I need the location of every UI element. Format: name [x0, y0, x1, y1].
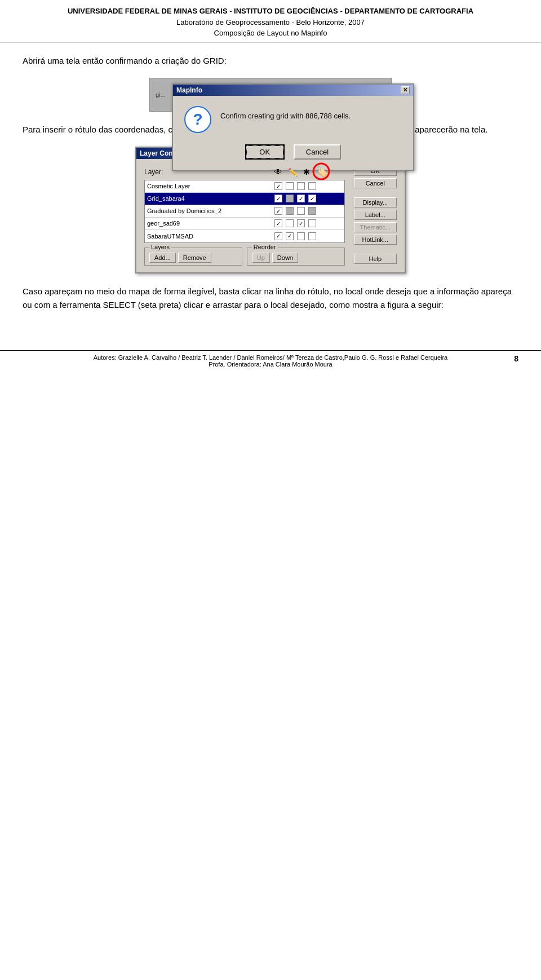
- footer-advisor: Profa. Orientadora: Ana Clara Mourão Mou…: [11, 361, 530, 368]
- edit-icon: ✏️: [288, 167, 298, 176]
- visibility-checkbox[interactable]: [274, 232, 282, 240]
- snap-checkbox[interactable]: [297, 219, 305, 227]
- help-button[interactable]: Help: [354, 254, 397, 264]
- visibility-checkbox[interactable]: [274, 207, 282, 215]
- hotlink-button[interactable]: HotLink...: [354, 235, 397, 245]
- layer-checkboxes: [274, 232, 316, 240]
- snap-checkbox[interactable]: [297, 182, 305, 190]
- reorder-group-label: Reorder: [252, 244, 278, 250]
- page-number: 8: [514, 354, 518, 363]
- layer-checkboxes: [274, 219, 316, 227]
- layer-checkboxes: [274, 182, 316, 190]
- layer-checkboxes: [274, 195, 316, 202]
- red-circle-indicator: [312, 162, 330, 180]
- mapinfo-dialog-container: gi... ly... li... MapInfo ✕ ? Confirm cr…: [23, 78, 518, 112]
- lc-right-buttons: OK Cancel Display... Label... Thematic..…: [354, 166, 397, 266]
- lc-table: Cosmetic Layer Grid_sabara4: [144, 180, 345, 243]
- layer-checkboxes: [274, 207, 316, 215]
- mapinfo-message: Confirm creating grid with 886,788 cells…: [220, 106, 351, 122]
- layers-group: Layers Add... Remove: [144, 248, 242, 266]
- edit-checkbox[interactable]: [286, 195, 294, 202]
- down-button[interactable]: Down: [272, 253, 298, 263]
- table-row[interactable]: Grid_sabara4: [145, 193, 344, 205]
- snap-checkbox[interactable]: [297, 195, 305, 202]
- visibility-checkbox[interactable]: [274, 195, 282, 202]
- label-icon-wrapper: 🏷️: [316, 166, 328, 178]
- layer-name: SabaraUTMSAD: [145, 232, 274, 241]
- layer-name: geor_sad69: [145, 219, 274, 228]
- table-row[interactable]: Cosmetic Layer: [145, 180, 344, 193]
- header-line3: Composição de Layout no Mapinfo: [11, 28, 530, 39]
- mapinfo-dialog: MapInfo ✕ ? Confirm creating grid with 8…: [172, 83, 414, 171]
- up-button[interactable]: Up: [252, 253, 270, 263]
- lc-body: Layer: 👁 ✏️ ✱ 🏷️: [136, 159, 405, 272]
- table-row[interactable]: Graduated by Domicilios_2: [145, 205, 344, 218]
- paragraph1: Caso apareçam no meio do mapa de forma i…: [23, 285, 518, 312]
- page-header: UNIVERSIDADE FEDERAL DE MINAS GERAIS - I…: [0, 0, 541, 43]
- layer-name: Cosmetic Layer: [145, 182, 274, 191]
- label-checkbox[interactable]: [308, 232, 316, 240]
- visibility-checkbox[interactable]: [274, 219, 282, 227]
- question-icon: ?: [184, 106, 211, 133]
- footer-authors: Autores: Grazielle A. Carvalho / Beatriz…: [11, 354, 530, 361]
- intro-text: Abrirá uma tela então confirmando a cria…: [23, 54, 518, 68]
- header-line2: Laboratório de Geoprocessamento - Belo H…: [11, 17, 530, 28]
- reorder-buttons: Up Down: [252, 253, 340, 263]
- edit-checkbox[interactable]: [286, 232, 294, 240]
- reorder-group: Reorder Up Down: [247, 248, 345, 266]
- lc-main: Layer: 👁 ✏️ ✱ 🏷️: [144, 166, 345, 266]
- label-checkbox[interactable]: [308, 207, 316, 215]
- add-button[interactable]: Add...: [149, 253, 176, 263]
- mapinfo-body: ? Confirm creating grid with 886,788 cel…: [173, 96, 413, 170]
- mapinfo-ok-button[interactable]: OK: [245, 144, 285, 160]
- cancel-button[interactable]: Cancel: [354, 178, 397, 188]
- snap-checkbox[interactable]: [297, 232, 305, 240]
- layer-name: Graduated by Domicilios_2: [145, 206, 274, 215]
- svg-point-0: [313, 164, 329, 179]
- lc-bottom-section: Layers Add... Remove Reorder Up: [144, 248, 345, 266]
- table-row[interactable]: SabaraUTMSAD: [145, 230, 344, 242]
- remove-button[interactable]: Remove: [178, 253, 211, 263]
- edit-checkbox[interactable]: [286, 182, 294, 190]
- edit-checkbox[interactable]: [286, 207, 294, 215]
- table-row[interactable]: geor_sad69: [145, 218, 344, 230]
- mapinfo-dialog-buttons: OK Cancel: [184, 144, 402, 160]
- label-button[interactable]: Label...: [354, 210, 397, 220]
- label-checkbox[interactable]: [308, 195, 316, 202]
- mapinfo-title: MapInfo: [176, 86, 202, 94]
- mapinfo-titlebar: MapInfo ✕: [173, 85, 413, 96]
- eye-icon: 👁: [274, 167, 282, 176]
- snap-checkbox[interactable]: [297, 207, 305, 215]
- page-footer: Autores: Grazielle A. Carvalho / Beatriz…: [0, 350, 541, 371]
- edit-checkbox[interactable]: [286, 219, 294, 227]
- display-button[interactable]: Display...: [354, 197, 397, 208]
- visibility-checkbox[interactable]: [274, 182, 282, 190]
- layers-group-label: Layers: [149, 244, 171, 250]
- label-checkbox[interactable]: [308, 182, 316, 190]
- asterisk-icon: ✱: [303, 167, 310, 176]
- thematic-button[interactable]: Thematic...: [354, 222, 397, 232]
- mapinfo-cancel-button[interactable]: Cancel: [294, 144, 341, 160]
- main-content: Abrirá uma tela então confirmando a cria…: [0, 48, 541, 333]
- layers-buttons: Add... Remove: [149, 253, 237, 263]
- mapinfo-inner: ? Confirm creating grid with 886,788 cel…: [184, 106, 402, 133]
- mapinfo-close-btn[interactable]: ✕: [401, 86, 410, 94]
- layer-name: Grid_sabara4: [145, 194, 274, 203]
- header-line1: UNIVERSIDADE FEDERAL DE MINAS GERAIS - I…: [11, 6, 530, 17]
- label-checkbox[interactable]: [308, 219, 316, 227]
